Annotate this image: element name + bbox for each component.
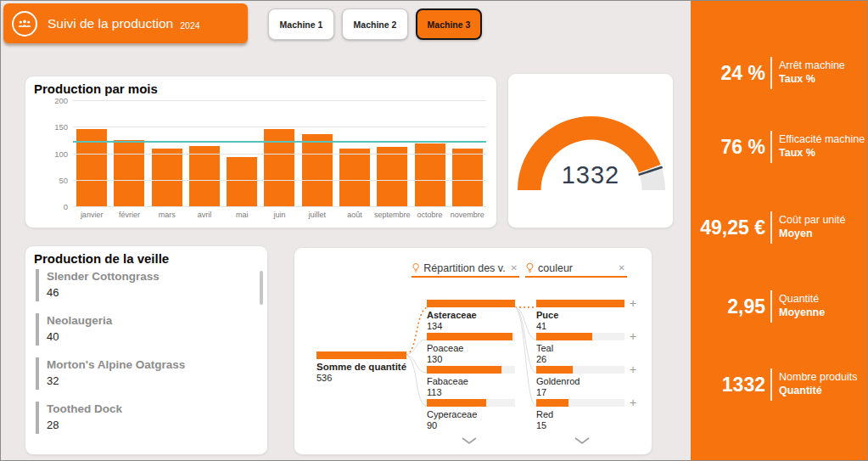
machine-tabs: Machine 1Machine 2Machine 3 <box>268 8 482 40</box>
tree-node[interactable]: Teal26+ <box>536 333 624 364</box>
kpi-value: 49,25 € <box>691 208 765 247</box>
tree-node-bar-fill <box>427 300 515 307</box>
tree-node-bar-fill <box>427 399 486 407</box>
veille-list: Slender Cottongrass46Neolaugeria40Morton… <box>36 269 254 446</box>
kpi-card: 76 %Efficacité machineTaux % <box>691 127 868 166</box>
bar-chart-plot: janvierfévriermarsavrilmaijuinjuilletaoû… <box>73 101 486 207</box>
kpi-sublabel: Taux % <box>779 147 865 160</box>
y-axis-tick: 0 <box>34 202 68 211</box>
tree-node-label: Goldenrod <box>536 376 624 386</box>
gauge-card: 1332 <box>507 73 674 228</box>
tree-root-bar <box>316 351 406 359</box>
x-axis-label: février <box>110 211 148 219</box>
x-axis-label: mai <box>223 211 260 219</box>
tree-node[interactable]: Goldenrod17+ <box>536 366 624 397</box>
page-year: 2024 <box>180 20 199 31</box>
kpi-value: 76 % <box>691 127 765 166</box>
tree-node[interactable]: Cyperaceae90 <box>427 399 515 430</box>
app-header: Suivi de la production 2024 <box>3 3 248 43</box>
team-logo-icon <box>12 11 37 37</box>
tree-node[interactable]: Asteraceae134 <box>427 300 515 331</box>
tree-node[interactable]: Fabaceae113 <box>427 366 515 397</box>
product-quantity: 40 <box>47 330 254 343</box>
dashboard-page: Suivi de la production 2024 Machine 1Mac… <box>0 0 868 461</box>
tree-node-value: 134 <box>427 321 515 331</box>
tree-node-value: 17 <box>536 387 624 397</box>
decomposition-tree-card: Répartition des v... ✕ couleur ✕ Somme d… <box>294 247 652 455</box>
bar-cell <box>186 101 223 207</box>
bar-cell <box>148 101 186 207</box>
kpi-sublabel: Moyenne <box>779 306 825 320</box>
tree-node-bar <box>536 333 624 340</box>
gridline <box>73 100 486 101</box>
kpi-labels: QuantitéMoyenne <box>779 287 825 326</box>
bar-chart-title: Production par mois <box>34 82 158 96</box>
tree-node-value: 41 <box>536 321 624 331</box>
bar-cell <box>299 101 336 207</box>
tree-node[interactable]: Poaceae130 <box>427 333 515 364</box>
gridline <box>73 154 486 155</box>
tree-root-node[interactable]: Somme de quantité 536 <box>316 351 406 383</box>
tree-node-bar-fill <box>427 366 501 374</box>
list-item[interactable]: Morton's Alpine Oatgrass32 <box>36 357 254 390</box>
bar-chart-bars <box>73 101 486 207</box>
kpi-sublabel: Taux % <box>779 73 845 87</box>
kpi-card: 2,95QuantitéMoyenne <box>691 287 868 326</box>
bar[interactable] <box>227 157 257 207</box>
kpi-labels: Efficacité machineTaux % <box>779 127 865 166</box>
average-reference-line <box>73 141 486 143</box>
list-item[interactable]: Neolaugeria40 <box>36 313 254 346</box>
plus-icon[interactable]: + <box>630 397 636 408</box>
bar-cell <box>449 101 486 207</box>
bar-chart-x-labels: janvierfévriermarsavrilmaijuinjuilletaoû… <box>73 211 486 219</box>
tree-node[interactable]: Red15+ <box>536 399 624 430</box>
kpi-labels: Coût par unitéMoyen <box>779 208 846 247</box>
gauge-value: 1332 <box>508 161 673 189</box>
kpi-sidebar: 24 %Arrêt machineTaux %76 %Efficacité ma… <box>691 1 868 461</box>
bar[interactable] <box>377 147 407 207</box>
scrollbar-thumb[interactable] <box>260 271 263 305</box>
bar[interactable] <box>114 140 144 207</box>
x-axis-label: octobre <box>411 211 448 219</box>
list-item[interactable]: Toothed Dock28 <box>36 402 254 434</box>
plus-icon[interactable]: + <box>630 331 636 341</box>
tree-node[interactable]: Puce41+ <box>536 300 624 331</box>
list-item[interactable]: Slender Cottongrass46 <box>36 269 254 301</box>
tree-node-label: Cyperaceae <box>427 409 515 419</box>
bar[interactable] <box>339 149 370 207</box>
plus-icon[interactable]: + <box>630 298 636 308</box>
tree-node-bar-fill <box>536 333 592 340</box>
tree-node-bar <box>427 399 515 407</box>
lightbulb-icon <box>525 262 535 273</box>
tree-node-value: 130 <box>427 354 515 364</box>
kpi-divider <box>770 211 772 244</box>
kpi-divider <box>770 368 772 401</box>
kpi-divider <box>770 57 772 89</box>
tree-node-label: Poaceae <box>427 343 515 353</box>
tab-machine-1[interactable]: Machine 1 <box>268 8 334 40</box>
product-name: Neolaugeria <box>47 314 254 327</box>
bar-cell <box>73 101 110 207</box>
y-axis-tick: 200 <box>34 96 68 105</box>
bar[interactable] <box>452 149 483 207</box>
tree-root-label: Somme de quantité <box>316 362 406 372</box>
bar[interactable] <box>189 146 220 208</box>
bar-cell <box>411 101 448 207</box>
chevron-down-icon[interactable] <box>574 433 591 448</box>
tree-node-bar-fill <box>536 399 568 407</box>
x-axis-label: septembre <box>373 211 411 219</box>
bar-cell <box>110 101 148 207</box>
kpi-value: 24 % <box>691 53 765 93</box>
product-quantity: 46 <box>47 286 254 299</box>
bar[interactable] <box>302 134 333 207</box>
kpi-label: Coût par unité <box>779 214 846 228</box>
plus-icon[interactable]: + <box>630 364 636 374</box>
x-axis-label: juin <box>260 211 298 219</box>
bar-cell <box>260 101 298 207</box>
tab-machine-2[interactable]: Machine 2 <box>342 8 408 40</box>
chevron-down-icon[interactable] <box>461 433 478 448</box>
y-axis-tick: 100 <box>34 149 68 159</box>
bar[interactable] <box>152 149 182 207</box>
tab-machine-3[interactable]: Machine 3 <box>416 8 482 40</box>
x-axis-label: novembre <box>449 211 486 219</box>
